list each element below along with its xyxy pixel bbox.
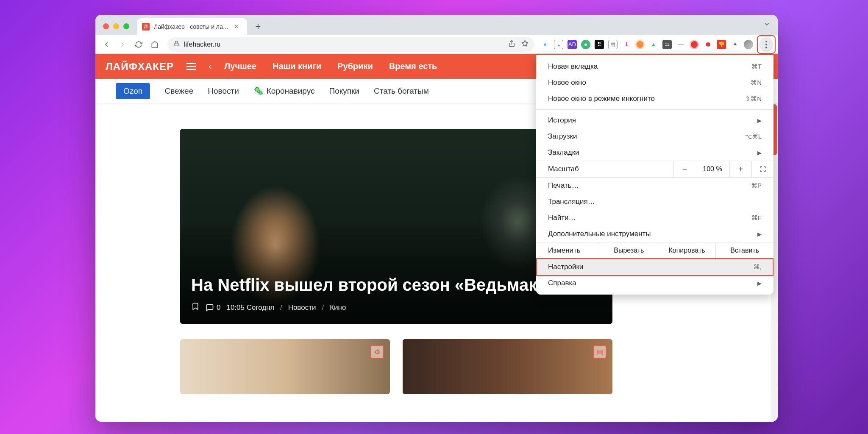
bookmark-star-icon[interactable] xyxy=(521,40,529,49)
nav-link[interactable]: Наши книги xyxy=(273,61,321,71)
tabs-dropdown-icon[interactable] xyxy=(763,21,770,29)
svg-rect-0 xyxy=(175,43,178,46)
subnav-link[interactable]: Покупки xyxy=(329,86,359,96)
menu-item-label: Загрузки xyxy=(548,132,745,141)
hero-category[interactable]: Новости xyxy=(288,303,316,312)
nav-prev-icon[interactable]: ‹ xyxy=(209,61,211,72)
extension-badge-11[interactable]: 11 xyxy=(662,40,672,49)
comments-count[interactable]: 0 xyxy=(206,303,220,312)
hero-meta: 0 10:05 Сегодня / Новости / Кино xyxy=(191,302,601,313)
extension-yandex[interactable]: ♦ xyxy=(540,40,550,49)
address-bar[interactable]: lifehacker.ru xyxy=(167,37,534,52)
back-button[interactable] xyxy=(100,38,113,51)
menu-item-label: Найти… xyxy=(548,214,751,222)
tab-close-icon[interactable]: × xyxy=(234,23,238,31)
toolbar: lifehacker.ru ♦⌄AD●⠿▤⬇▲11—⬢👎✦ xyxy=(95,35,778,54)
extension-avatar[interactable] xyxy=(744,40,753,49)
hamburger-icon[interactable] xyxy=(186,63,196,70)
extension-puzzle[interactable]: ✦ xyxy=(730,40,740,49)
chevron-right-icon: ▶ xyxy=(757,150,762,156)
bookmark-icon[interactable] xyxy=(191,302,200,313)
menu-item-label: Печать… xyxy=(548,181,751,190)
extension-shield[interactable]: ▲ xyxy=(649,40,658,49)
hero-tag[interactable]: Кино xyxy=(330,303,346,312)
subnav-link[interactable]: 🦠Коронавирус xyxy=(253,86,315,96)
extension-red-line[interactable]: — xyxy=(676,40,685,49)
menu-item[interactable]: Новое окно в режиме инкогнито⇧⌘N xyxy=(536,91,773,107)
menu-shortcut: ⌘T xyxy=(751,63,762,70)
menu-item[interactable]: История▶ xyxy=(536,112,773,128)
home-button[interactable] xyxy=(148,38,161,51)
extension-dark-grid[interactable]: ⠿ xyxy=(595,40,604,49)
menu-shortcut: ⌘F xyxy=(751,214,762,222)
menu-item[interactable]: Найти…⌘F xyxy=(536,210,773,226)
tab-title: Лайфхакер - советы и лайфха xyxy=(154,23,230,30)
menu-item-label: Новое окно в режиме инкогнито xyxy=(548,95,745,103)
menu-item-label: Новая вкладка xyxy=(548,62,751,71)
extension-thumbs[interactable]: 👎 xyxy=(717,40,726,49)
menu-edit-row: ИзменитьВырезатьКопироватьВставить xyxy=(536,242,773,259)
article-card[interactable]: ▤ xyxy=(403,339,612,394)
browser-tab[interactable]: Л Лайфхакер - советы и лайфха × xyxy=(137,18,247,35)
menu-item[interactable]: Дополнительные инструменты▶ xyxy=(536,226,773,242)
extension-orange-dot[interactable] xyxy=(635,40,645,49)
menu-item[interactable]: Загрузки⌥⌘L xyxy=(536,128,773,145)
menu-zoom-row: Масштаб−100 %+ xyxy=(536,161,773,178)
reload-button[interactable] xyxy=(132,38,145,51)
site-logo[interactable]: ЛАЙФХАКЕР xyxy=(106,61,174,72)
menu-shortcut: ⌘N xyxy=(751,79,762,86)
extension-adblock[interactable]: AD xyxy=(568,40,577,49)
menu-item[interactable]: Настройки⌘, xyxy=(536,259,773,275)
browser-window: Л Лайфхакер - советы и лайфха × + lifeha… xyxy=(95,15,778,422)
menu-item[interactable]: Новое окно⌘N xyxy=(536,75,773,91)
menu-item[interactable]: Закладки▶ xyxy=(536,145,773,161)
chrome-menu-button[interactable] xyxy=(759,37,773,52)
virus-icon: 🦠 xyxy=(253,86,264,96)
chrome-menu: Новая вкладка⌘TНовое окно⌘NНовое окно в … xyxy=(536,55,773,295)
nav-link[interactable]: Время есть xyxy=(389,61,437,71)
new-tab-button[interactable]: + xyxy=(251,20,265,33)
subnav-link[interactable]: Ozon xyxy=(116,83,150,99)
menu-shortcut: ⌘P xyxy=(751,182,762,189)
zoom-label: Масштаб xyxy=(548,165,673,173)
minimize-window-button[interactable] xyxy=(113,23,119,29)
nav-link[interactable]: Рубрики xyxy=(337,61,373,71)
menu-item[interactable]: Справка▶ xyxy=(536,275,773,291)
extension-red-circle[interactable] xyxy=(690,40,699,49)
menu-item-label: История xyxy=(548,116,757,125)
extension-notes[interactable]: ▤ xyxy=(608,40,618,49)
extension-icons: ♦⌄AD●⠿▤⬇▲11—⬢👎✦ xyxy=(540,40,757,49)
cut-button[interactable]: Вырезать xyxy=(600,242,658,259)
menu-item-label: Настройки xyxy=(548,263,754,271)
share-icon[interactable] xyxy=(508,40,515,49)
edit-label: Изменить xyxy=(536,246,600,255)
paste-button[interactable]: Вставить xyxy=(715,242,773,259)
subnav-link[interactable]: Свежее xyxy=(164,86,193,96)
menu-item[interactable]: Трансляция… xyxy=(536,194,773,210)
extension-pocket[interactable]: ⌄ xyxy=(554,40,563,49)
zoom-out-button[interactable]: − xyxy=(673,161,696,178)
nav-link[interactable]: Лучшее xyxy=(224,61,256,71)
chevron-right-icon: ▶ xyxy=(757,117,762,124)
close-window-button[interactable] xyxy=(103,23,109,29)
article-card[interactable]: ⚙ xyxy=(180,339,390,394)
menu-item-label: Справка xyxy=(548,279,757,287)
chevron-right-icon: ▶ xyxy=(757,280,762,287)
subnav-link[interactable]: Новости xyxy=(208,86,239,96)
subnav-link[interactable]: Стать богатым xyxy=(374,86,429,96)
extension-drop[interactable]: ⬢ xyxy=(703,40,712,49)
zoom-in-button[interactable]: + xyxy=(729,161,751,178)
forward-button[interactable] xyxy=(116,38,129,51)
fullscreen-button[interactable] xyxy=(751,161,773,178)
maximize-window-button[interactable] xyxy=(123,23,129,29)
menu-item[interactable]: Новая вкладка⌘T xyxy=(536,58,773,75)
menu-item-label: Новое окно xyxy=(548,78,751,87)
extension-green-circle[interactable]: ● xyxy=(581,40,590,49)
extension-download[interactable]: ⬇ xyxy=(622,40,631,49)
copy-button[interactable]: Копировать xyxy=(658,242,716,259)
menu-item[interactable]: Печать…⌘P xyxy=(536,178,773,194)
tab-bar: Л Лайфхакер - советы и лайфха × + xyxy=(95,15,778,35)
lock-icon xyxy=(173,40,180,48)
hero-time: 10:05 Сегодня xyxy=(226,303,274,312)
menu-shortcut: ⌥⌘L xyxy=(745,133,762,140)
